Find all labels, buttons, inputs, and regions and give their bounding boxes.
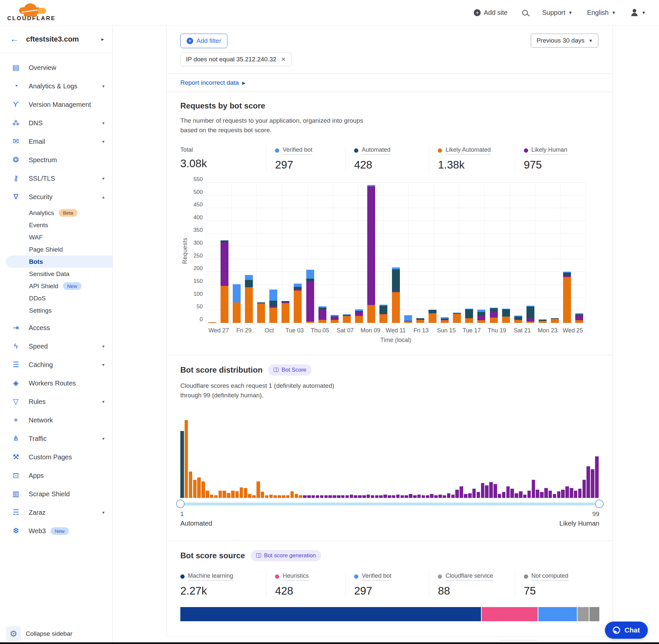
stat-label-text[interactable]: Likely Human [532,146,567,155]
score-bar [583,480,586,498]
chart-bar [282,301,289,323]
segment-automated [428,310,437,313]
slider-track[interactable] [180,503,599,506]
screen-bottom-edge [0,642,659,644]
chevron-down-icon: ▾ [102,84,104,89]
sidebar-item-spectrum[interactable]: ❂Spectrum [0,151,112,169]
x-tick-label: Fri 29 [231,327,257,334]
bot-score-docs-badge[interactable]: Bot Score [268,364,311,375]
sidebar-item-overview[interactable]: ▤Overview [0,59,112,77]
add-filter-button[interactable]: + Add filter [180,33,228,48]
score-bar [434,495,438,498]
site-switcher[interactable]: ← cftestsite3.com ▸ [0,25,112,53]
stat-label-text[interactable]: Machine learning [188,572,233,581]
score-bar [307,495,311,498]
sidebar-item-settings[interactable]: Settings [0,304,112,317]
sidebar-item-label: Caching [29,361,53,369]
segment-likely-automated [490,318,498,322]
slider-handle-min[interactable] [176,500,185,508]
segment-likely-human [526,318,534,322]
stat-label: Not computed [524,572,591,581]
user-icon [630,8,639,17]
sidebar-item-analytics[interactable]: AnalyticsBeta [0,207,112,219]
add-site-button[interactable]: + Add site [474,9,508,17]
segment-automated [379,306,387,314]
language-menu[interactable]: English ▼ [587,9,616,17]
support-menu[interactable]: Support ▼ [542,9,573,17]
account-menu[interactable]: ▼ [630,8,646,17]
sidebar-item-events[interactable]: Events [0,219,112,231]
sidebar-item-zaraz[interactable]: ☴Zaraz▾ [0,503,112,522]
stat-label: Machine learning [180,572,258,581]
sidebar-item-analytics-logs[interactable]: ◔Analytics & Logs▾ [0,77,112,95]
sidebar-item-ssl-tls[interactable]: ⚷SSL/TLS▾ [0,169,112,188]
segment-likely-human [490,311,498,318]
sidebar-item-speed[interactable]: ϟSpeed▾ [0,337,112,355]
web3-icon: ❆ [11,527,21,535]
stat-label-text[interactable]: Heuristics [283,572,309,581]
segment-automated [465,309,473,318]
stat-label-text[interactable]: Automated [362,146,390,155]
sidebar-item-api-shield[interactable]: API ShieldNew [0,280,112,292]
score-bar [548,491,552,498]
slider-handle-max[interactable] [595,500,604,508]
stat-likely-automated: Likely Automated1.38k [429,146,515,171]
stat-label-text[interactable]: Verified bot [362,572,391,581]
sidebar-item-label: Network [29,416,53,424]
sidebar-item-scrape-shield[interactable]: ▥Scrape Shield [0,485,112,503]
chat-button[interactable]: Chat [605,622,648,639]
gridline [408,183,409,323]
sidebar-item-traffic[interactable]: ⋔Traffic▾ [0,429,112,448]
stat-label-text[interactable]: Not computed [532,572,568,581]
sidebar-item-bots[interactable]: Bots [6,256,112,268]
legend-dot-icon [524,574,528,579]
sidebar-item-apps[interactable]: ⊡Apps [0,466,112,485]
sidebar-item-label: Traffic [29,435,46,442]
gear-icon[interactable]: ⚙ [6,626,21,641]
source-segment-verified-bot [538,607,578,621]
close-icon[interactable]: ✕ [281,56,286,63]
sidebar-item-network[interactable]: ⌖Network [0,411,112,429]
sidebar-item-sensitive-data[interactable]: Sensitive Data [0,268,112,280]
score-bar [595,456,599,498]
segment-likely-automated [343,316,351,323]
source-section-title: Bot score source [180,551,245,560]
sidebar-item-custom-pages[interactable]: ⚒Custom Pages [0,448,112,466]
sidebar-subitem-label: Bots [29,258,43,266]
stat-value: 297 [354,585,421,597]
sidebar-item-security[interactable]: ∇Security▴ [0,188,112,206]
stat-label-text[interactable]: Likely Automated [445,146,491,155]
sidebar-item-access[interactable]: ⇥Access [0,319,112,337]
ssl-tls-icon: ⚷ [11,174,21,183]
bot-score-generation-badge[interactable]: Bot score generation [251,550,321,561]
score-bar [218,491,222,498]
sidebar-item-label: Zaraz [29,509,46,516]
stat-label-text[interactable]: Cloudflare service [445,572,493,581]
report-incorrect-data-link[interactable]: Report incorrect data ▶ [180,79,245,86]
sidebar-item-web3[interactable]: ❆Web3New [0,522,112,540]
sidebar-item-caching[interactable]: ☰Caching▾ [0,355,112,374]
sidebar-item-dns[interactable]: ⁂DNS▾ [0,114,112,132]
sidebar-item-email[interactable]: ✉Email▾ [0,132,112,151]
sidebar-item-version-management[interactable]: ϒVersion Management [0,95,112,114]
sidebar-item-workers-routes[interactable]: ◈Workers Routes [0,374,112,392]
filter-chip[interactable]: IP does not equal 35.212.240.32 ✕ [180,52,291,66]
score-bar [532,480,535,498]
score-bar [375,495,379,498]
requests-section: Requests by bot score The number of requ… [166,92,613,355]
segment-automated [526,307,534,318]
collapse-sidebar-control[interactable]: ⚙ Collapse sidebar [0,626,72,641]
segment-automated [514,317,522,320]
score-bar [286,495,290,498]
search-button[interactable] [522,10,528,16]
score-bar [337,495,340,498]
sidebar-item-waf[interactable]: WAF [0,231,112,243]
x-tick-label: Wed 25 [560,327,586,334]
sidebar-item-ddos[interactable]: DDoS [0,292,112,304]
score-range-slider[interactable] [180,499,599,508]
sidebar-item-rules[interactable]: ▽Rules▾ [0,392,112,411]
stat-label-text[interactable]: Verified bot [283,146,312,155]
sidebar-item-page-shield[interactable]: Page Shield [0,243,112,256]
segment-likely-automated [477,320,485,323]
date-range-dropdown[interactable]: Previous 30 days ▼ [531,33,598,47]
